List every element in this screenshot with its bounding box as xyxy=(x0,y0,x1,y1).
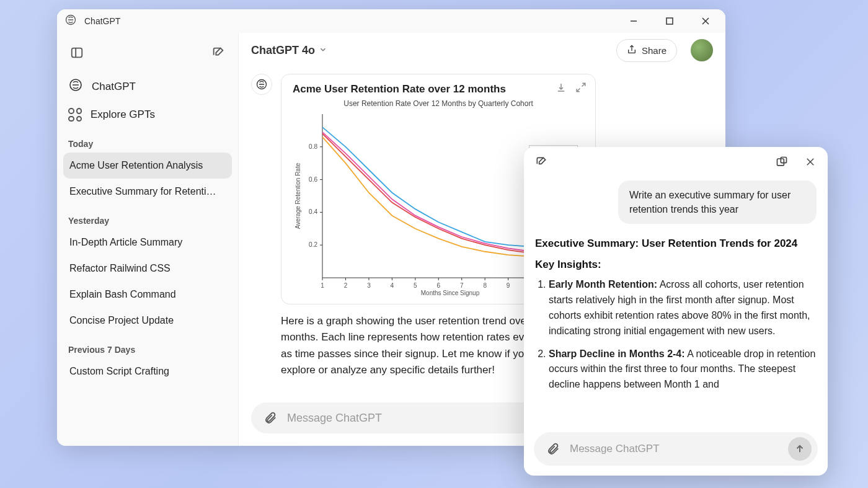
new-chat-icon[interactable] xyxy=(533,153,550,171)
floating-panel-header xyxy=(524,147,828,177)
chat-history-item[interactable]: Concise Project Update xyxy=(63,308,232,334)
svg-text:9: 9 xyxy=(507,282,510,289)
floating-message-input[interactable] xyxy=(570,443,781,455)
pop-out-icon[interactable] xyxy=(773,153,790,171)
svg-text:4: 4 xyxy=(391,282,394,289)
svg-text:1: 1 xyxy=(321,282,324,289)
logo-icon xyxy=(68,78,83,95)
svg-text:Months Since Signup: Months Since Signup xyxy=(421,290,480,296)
chat-history-item[interactable]: Refactor Railwind CSS xyxy=(63,255,232,282)
content-header: ChatGPT 4o Share xyxy=(239,33,725,68)
svg-text:0.2: 0.2 xyxy=(309,241,317,248)
chat-history-item[interactable]: Explain Bash Command xyxy=(63,282,232,308)
svg-rect-2 xyxy=(666,18,673,24)
svg-text:6: 6 xyxy=(436,282,440,289)
nav-label: Explore GPTs xyxy=(91,109,155,121)
share-icon xyxy=(627,45,637,56)
svg-text:2: 2 xyxy=(344,282,348,289)
svg-line-13 xyxy=(577,89,580,92)
minimize-button[interactable] xyxy=(621,14,646,29)
user-message: Write an executive summary for user rete… xyxy=(618,180,817,224)
svg-text:0.6: 0.6 xyxy=(309,176,317,183)
attach-button[interactable] xyxy=(261,409,280,427)
model-label: ChatGPT 4o xyxy=(251,44,315,57)
model-selector[interactable]: ChatGPT 4o xyxy=(251,44,327,57)
floating-panel: Write an executive summary for user rete… xyxy=(524,147,828,476)
section-label: Yesterday xyxy=(63,205,232,229)
key-insights-label: Key Insights: xyxy=(535,259,817,271)
chat-history-item[interactable]: Executive Summary for Retenti… xyxy=(63,179,232,205)
summary-title: Executive Summary: User Retention Trends… xyxy=(535,237,817,250)
send-button[interactable] xyxy=(788,437,812,461)
expand-icon[interactable] xyxy=(575,82,587,95)
chat-history-item[interactable]: In-Depth Article Summary xyxy=(63,229,232,255)
svg-text:3: 3 xyxy=(367,282,371,289)
nav-label: ChatGPT xyxy=(92,81,136,93)
svg-text:7: 7 xyxy=(460,282,464,289)
close-icon[interactable] xyxy=(802,153,819,171)
nav-explore-gpts[interactable]: Explore GPTs xyxy=(63,102,232,128)
maximize-button[interactable] xyxy=(657,14,682,29)
app-logo-icon xyxy=(64,14,77,29)
svg-text:0.8: 0.8 xyxy=(309,143,317,150)
assistant-avatar xyxy=(251,74,272,95)
svg-rect-5 xyxy=(72,48,82,58)
app-title: ChatGPT xyxy=(84,16,120,26)
chevron-down-icon xyxy=(319,44,327,57)
floating-attach-button[interactable] xyxy=(544,440,562,458)
chart-subtitle: User Retention Rate Over 12 Months by Qu… xyxy=(293,99,584,108)
grid-icon xyxy=(68,108,82,122)
new-chat-button[interactable] xyxy=(207,42,229,64)
download-icon[interactable] xyxy=(556,82,567,95)
chat-history-item[interactable]: Acme User Retention Analysis xyxy=(63,153,232,179)
sidebar: ChatGPT Explore GPTs TodayAcme User Rete… xyxy=(57,33,239,446)
floating-composer xyxy=(534,432,818,466)
share-button[interactable]: Share xyxy=(616,39,677,62)
svg-text:0.4: 0.4 xyxy=(309,208,317,215)
user-avatar[interactable] xyxy=(691,39,713,61)
collapse-sidebar-button[interactable] xyxy=(66,42,88,64)
section-label: Today xyxy=(63,128,232,153)
svg-text:5: 5 xyxy=(414,282,417,289)
floating-panel-body: Write an executive summary for user rete… xyxy=(524,177,828,427)
insights-list: Early Month Retention: Across all cohort… xyxy=(535,277,817,393)
section-label: Previous 7 Days xyxy=(63,334,232,358)
svg-line-12 xyxy=(582,83,585,86)
share-label: Share xyxy=(642,45,666,56)
insight-item: Early Month Retention: Across all cohort… xyxy=(549,277,817,339)
svg-text:Average Retention Rate: Average Retention Rate xyxy=(294,162,301,229)
titlebar: ChatGPT xyxy=(57,9,725,33)
insight-item: Sharp Decline in Months 2-4: A noticeabl… xyxy=(549,347,817,393)
svg-text:8: 8 xyxy=(483,282,487,289)
nav-chatgpt[interactable]: ChatGPT xyxy=(63,71,232,102)
close-button[interactable] xyxy=(693,14,718,29)
chat-history-item[interactable]: Custom Script Crafting xyxy=(63,358,232,384)
chart-card-title: Acme User Retention Rate over 12 months xyxy=(293,83,584,95)
